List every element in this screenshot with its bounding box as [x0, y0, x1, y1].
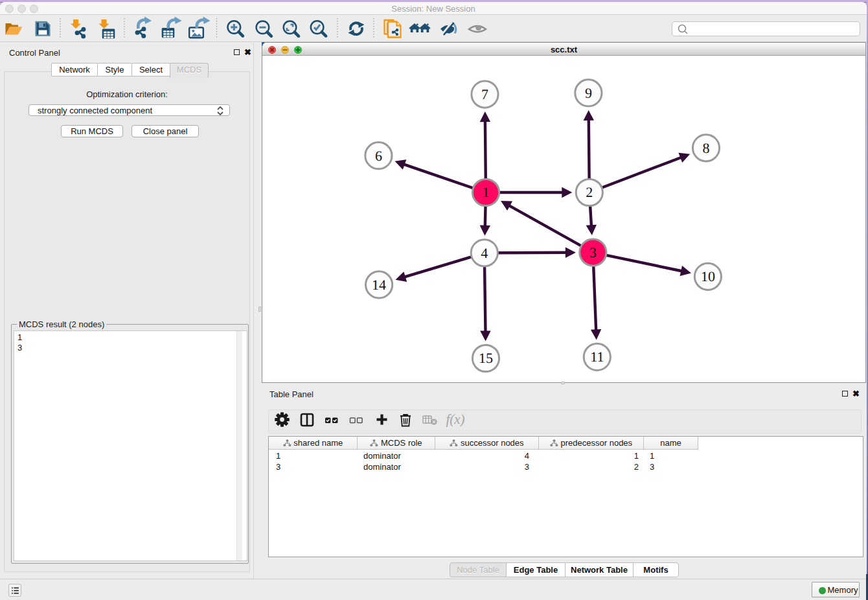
svg-text:9: 9: [585, 85, 592, 101]
svg-text:10: 10: [701, 268, 715, 284]
svg-text:14: 14: [372, 277, 386, 293]
svg-text:11: 11: [590, 349, 604, 365]
svg-text:6: 6: [375, 148, 382, 164]
svg-text:7: 7: [481, 86, 488, 102]
svg-text:4: 4: [481, 245, 488, 261]
svg-text:2: 2: [586, 184, 593, 200]
svg-text:15: 15: [479, 350, 493, 366]
svg-text:3: 3: [589, 244, 597, 260]
svg-text:1: 1: [483, 184, 490, 200]
svg-text:8: 8: [703, 140, 710, 156]
